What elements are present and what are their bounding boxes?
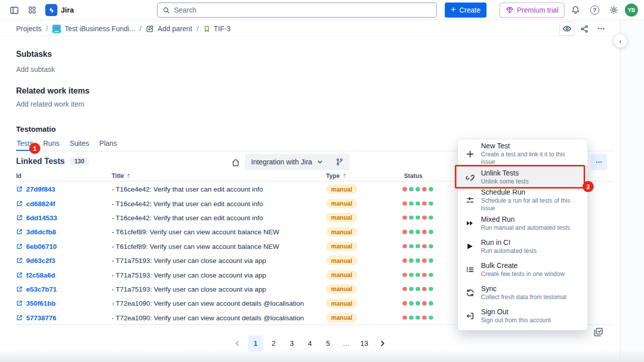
create-button-label: Create [459,6,480,14]
tab-runs[interactable]: Runs [43,139,60,151]
menu-item-mixed-run[interactable]: Mixed RunRun manual and automated tests [458,212,588,235]
status-dot [429,244,433,249]
notifications-bell-icon[interactable] [568,2,584,18]
page-button-1[interactable]: 1 [248,335,263,351]
test-type-badge: manual [326,256,357,265]
external-link-icon [16,314,23,321]
sort-icon [342,173,347,179]
top-navigation-bar: Jira + Create Premium trial ? [0,0,644,20]
status-dot [403,201,407,206]
page-button-13[interactable]: 13 [357,335,372,351]
menu-item-sign-out[interactable]: Sign OutSign out from this account [458,304,588,327]
branch-icon[interactable] [330,154,350,170]
next-page-button[interactable] [375,335,390,351]
right-rail-background [620,20,644,362]
menu-item-unlink-tests[interactable]: Unlink TestsUnlink some tests [458,165,588,189]
sidebar-toggle-icon[interactable] [6,2,22,18]
test-id-link[interactable]: 57738776 [16,314,56,321]
breadcrumb-issue-key[interactable]: TIF-3 [203,25,230,33]
test-title: - T16ce4e42: Verify that user can edit a… [112,200,263,207]
test-id-link[interactable]: 3d6dcfb8 [16,228,56,236]
external-link-icon [16,300,23,307]
status-dot [422,258,427,263]
search-input[interactable] [174,6,431,14]
page-button-4[interactable]: 4 [302,335,317,351]
breadcrumb-project-link[interactable]: Test iBusiness Fundi... [52,25,135,33]
watch-eye-icon[interactable] [559,22,575,36]
home-icon[interactable] [228,155,243,169]
column-header-type[interactable]: Type [326,172,347,179]
status-dot [429,301,433,306]
status-dot [416,230,420,234]
tab-plans[interactable]: Plans [99,139,117,151]
status-dot [422,201,427,206]
test-title: - T16ce4e42: Verify that user can edit a… [112,186,263,193]
test-id-link[interactable]: e53c7b71 [16,285,57,293]
status-dot [429,216,433,220]
status-dot [416,244,420,249]
column-header-title[interactable]: Title [112,172,131,179]
edit-icon [146,25,154,33]
test-type-badge: manual [326,299,357,308]
menu-item-run-in-ci[interactable]: Run in CIRun automated tests [458,235,588,258]
menu-item-new-test[interactable]: New TestCreate a test and link it it to … [458,142,588,165]
collapse-panel-icon[interactable]: ‹ [613,34,627,48]
help-icon[interactable]: ? [587,2,603,18]
status-dot [403,258,407,263]
add-subtask-button[interactable]: Add subtask [16,65,55,73]
settings-gear-icon[interactable] [606,2,622,18]
test-id-link[interactable]: 6dd14533 [16,214,57,221]
global-search [157,3,437,18]
tab-suites[interactable]: Suites [69,139,90,151]
status-dot [416,287,420,292]
project-selector-dropdown[interactable]: Integration with Jira [245,154,330,170]
test-id-link[interactable]: f2c58a6d [16,271,55,279]
premium-trial-button[interactable]: Premium trial [500,3,565,18]
test-id-link[interactable]: cd68824f [16,200,55,207]
jira-home-link[interactable]: Jira [42,4,77,16]
menu-item-sync[interactable]: SyncCollect fresh data from testomat [458,281,588,304]
test-status-dots [403,273,433,277]
page-button-2[interactable]: 2 [266,335,281,351]
test-id-link[interactable]: 350f61bb [16,300,56,307]
select-tests-icon[interactable] [593,327,604,339]
status-dot [429,273,433,277]
menu-item-subtitle: Create a test and link it it to this iss… [481,151,580,166]
status-dot [409,230,414,234]
bulk-create-icon [465,265,474,274]
menu-item-subtitle: Unlink some tests [481,178,529,186]
menu-item-schedule-run[interactable]: Schedule RunSchedule a run for all tests… [458,189,588,212]
page-button-3[interactable]: 3 [284,335,299,351]
status-dot [429,187,433,192]
status-dot [403,301,407,306]
test-id-link[interactable]: 6eb06710 [16,242,57,250]
menu-item-bulk-create[interactable]: Bulk CreateCreate few tests in one windo… [458,258,588,281]
breadcrumb-projects-link[interactable]: Projects [16,25,42,33]
breadcrumb-separator: / [46,25,48,33]
test-id-link[interactable]: 9d63c2f3 [16,257,55,264]
schedule-icon [465,196,474,205]
app-switcher-icon[interactable] [24,2,40,18]
run-ci-icon [465,242,474,250]
add-related-work-item-button[interactable]: Add related work item [16,100,84,108]
test-id-link[interactable]: 27d9f843 [16,186,55,193]
prev-page-button[interactable] [230,335,245,351]
annotation-step-1-badge: 1 [29,143,40,154]
test-type-badge: manual [326,270,357,280]
page-button-5[interactable]: 5 [320,335,336,351]
share-icon[interactable] [577,22,592,36]
tests-more-options-button[interactable] [591,154,607,170]
status-dot [422,216,427,220]
menu-item-title: Run in CI [481,238,537,247]
menu-item-title: New Test [481,142,580,150]
status-dot [429,201,433,206]
sign-out-icon [465,312,474,320]
breadcrumb-add-parent[interactable]: Add parent [146,25,192,33]
user-avatar[interactable]: YB [625,4,638,17]
test-id-text: 350f61bb [26,300,56,307]
status-dot [422,244,427,249]
project-avatar [52,25,61,33]
status-dot [429,315,433,320]
create-button[interactable]: + Create [445,3,487,18]
more-actions-icon[interactable] [594,22,609,36]
